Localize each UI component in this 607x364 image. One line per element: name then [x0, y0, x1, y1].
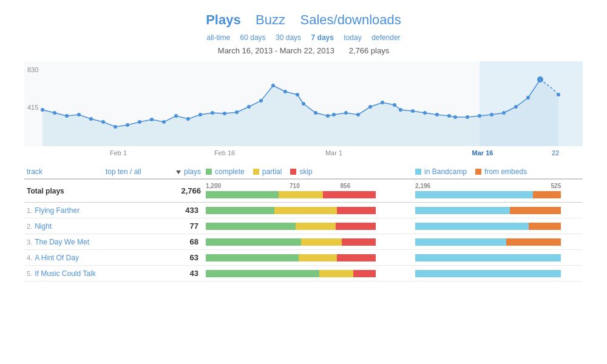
track-num-0: 1.Flying Farther — [24, 203, 103, 218]
svg-point-16 — [198, 113, 202, 116]
col-header-plays[interactable]: plays — [170, 165, 203, 179]
svg-point-20 — [247, 105, 251, 109]
spacer-1 — [401, 218, 413, 234]
embeds-bar-1 — [529, 223, 561, 230]
svg-point-34 — [399, 108, 402, 112]
col-topten-label: top ten / all — [106, 167, 141, 176]
skip-bar-4 — [353, 270, 376, 277]
legend-bandcamp-label: in Bandcamp — [424, 167, 467, 176]
nav-buzz[interactable]: Buzz — [256, 12, 285, 28]
svg-point-18 — [223, 112, 226, 115]
topten-2 — [103, 234, 170, 250]
complete-bar-2 — [206, 238, 301, 246]
bars2-0 — [413, 203, 583, 218]
track-link-1[interactable]: Night — [35, 222, 52, 231]
svg-point-42 — [490, 113, 493, 116]
track-link-3[interactable]: A Hint Of Day — [35, 254, 79, 262]
bandcamp-bar-3 — [415, 254, 561, 261]
legend-embeds-label: from embeds — [484, 167, 527, 176]
chart-area: 830 415 — [24, 61, 583, 155]
complete-bar-3 — [206, 254, 299, 261]
track-num-4: 5.If Music Could Talk — [24, 266, 103, 281]
bar1-2 — [206, 238, 376, 246]
svg-point-5 — [65, 114, 69, 118]
total-partial-bar — [279, 191, 323, 198]
col-header-topten[interactable]: top ten / all — [103, 165, 170, 179]
svg-point-28 — [332, 113, 336, 116]
subnav-today[interactable]: today — [344, 33, 361, 42]
svg-point-12 — [150, 118, 154, 121]
legend-skip-label: skip — [299, 167, 312, 176]
total-topten — [103, 179, 170, 203]
total-skip-bar — [323, 191, 376, 198]
total-spacer — [401, 179, 413, 203]
track-link-0[interactable]: Flying Farther — [35, 206, 80, 215]
partial-bar-2 — [301, 238, 342, 246]
track-link-4[interactable]: If Music Could Talk — [35, 269, 95, 278]
subnav-defender[interactable]: defender — [371, 33, 400, 42]
topten-1 — [103, 218, 170, 234]
track-num-2: 3.The Day We Met — [24, 234, 103, 250]
total-skip-val: 856 — [341, 183, 401, 189]
bar2-0 — [415, 206, 561, 215]
spacer-3 — [401, 250, 413, 266]
legend-complete-dot — [206, 169, 212, 175]
topten-4 — [103, 266, 170, 281]
track-link-2[interactable]: The Day We Met — [35, 238, 89, 246]
svg-point-11 — [138, 120, 141, 124]
plays-4: 43 — [170, 266, 203, 281]
svg-point-9 — [114, 125, 117, 129]
subnav-60days[interactable]: 60 days — [240, 33, 266, 42]
skip-bar-0 — [337, 207, 376, 214]
svg-point-14 — [174, 114, 178, 118]
svg-point-4 — [53, 111, 56, 115]
nav-sales[interactable]: Sales/downloads — [300, 12, 401, 28]
legend-bandcamp-dot — [415, 169, 421, 175]
subnav-7days[interactable]: 7 days — [311, 33, 334, 42]
svg-point-27 — [326, 114, 330, 118]
svg-point-38 — [447, 114, 451, 118]
table-row: 1.Flying Farther 433 — [24, 203, 583, 218]
bars1-0 — [203, 203, 401, 218]
total-bars2: 2,196 525 — [413, 179, 583, 203]
bars1-3 — [203, 250, 401, 266]
bars1-2 — [203, 234, 401, 250]
nav-plays[interactable]: Plays — [206, 12, 241, 28]
bar2-3 — [415, 254, 561, 262]
y-label-mid: 415 — [27, 104, 38, 111]
legend-partial-dot — [253, 169, 259, 175]
svg-point-35 — [411, 109, 415, 113]
svg-point-31 — [368, 105, 372, 109]
svg-point-44 — [514, 105, 518, 109]
total-complete-val: 1,200 — [206, 183, 290, 189]
bars2-1 — [413, 218, 583, 234]
stats-table: track top ten / all plays complete — [24, 165, 583, 281]
embeds-bar-0 — [510, 207, 561, 214]
complete-bar-4 — [206, 270, 319, 277]
total-plays-count: 2,766 plays — [349, 46, 390, 55]
plays-0: 433 — [170, 203, 203, 218]
subnav-30days[interactable]: 30 days — [276, 33, 301, 42]
legend-partial-label: partial — [262, 167, 282, 176]
col-track-label: track — [27, 167, 42, 176]
svg-point-8 — [101, 120, 105, 124]
bar1-3 — [206, 254, 376, 262]
total-bandcamp-bar — [415, 191, 533, 198]
track-num-1: 2.Night — [24, 218, 103, 234]
svg-point-32 — [381, 101, 384, 104]
skip-bar-2 — [342, 238, 376, 246]
svg-point-19 — [235, 110, 239, 114]
bars1-1 — [203, 218, 401, 234]
bar1-1 — [206, 222, 376, 231]
track-num-3: 4.A Hint Of Day — [24, 250, 103, 266]
subnav-alltime[interactable]: all-time — [206, 33, 230, 42]
date-range: March 16, 2013 - March 22, 2013 2,766 pl… — [24, 46, 583, 55]
bars2-2 — [413, 234, 583, 250]
total-embeds-bar — [533, 191, 561, 198]
table-row: 3.The Day We Met 68 — [24, 234, 583, 250]
svg-text:Mar 1: Mar 1 — [325, 149, 342, 155]
table-row: 4.A Hint Of Day 63 — [24, 250, 583, 266]
svg-point-40 — [466, 115, 469, 119]
total-plays: 2,766 — [170, 179, 203, 203]
plays-2: 68 — [170, 234, 203, 250]
